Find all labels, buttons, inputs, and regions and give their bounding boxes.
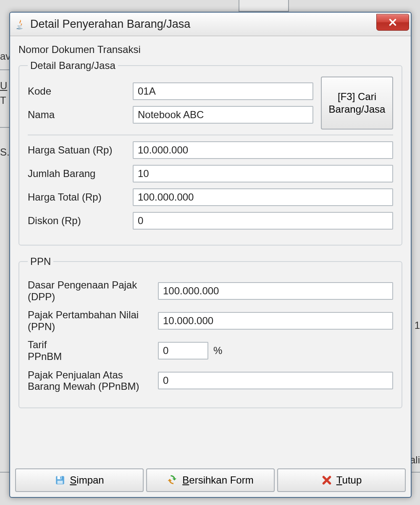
- cari-barang-button[interactable]: [F3] Cari Barang/Jasa: [321, 77, 393, 130]
- dpp-input[interactable]: [158, 282, 393, 300]
- ppn-legend: PPN: [28, 256, 53, 267]
- close-button[interactable]: [376, 14, 409, 31]
- tutup-label: Tutup: [336, 474, 362, 486]
- percent-label: %: [213, 345, 222, 357]
- harga-satuan-input[interactable]: [133, 141, 393, 159]
- bg-text: T: [0, 95, 6, 106]
- jumlah-input[interactable]: [133, 165, 393, 182]
- detail-legend: Detail Barang/Jasa: [28, 60, 118, 71]
- harga-total-label: Harga Total (Rp): [28, 191, 133, 203]
- dialog-content: Nomor Dokumen Transaksi Detail Barang/Ja…: [10, 36, 411, 465]
- kode-input[interactable]: [133, 82, 313, 100]
- nomor-dokumen-label: Nomor Dokumen Transaksi: [18, 44, 402, 56]
- nama-input[interactable]: [133, 106, 313, 124]
- simpan-label: Simpan: [70, 474, 104, 486]
- dpp-label: Dasar Pengenaan Pajak (DPP): [28, 279, 158, 302]
- ppnbm-input[interactable]: [158, 372, 393, 389]
- detail-group: Detail Barang/Jasa Kode Nama [F3] Cari B…: [18, 60, 402, 246]
- java-icon: [14, 19, 26, 30]
- close-icon: [321, 475, 332, 486]
- dialog-window: Detail Penyerahan Barang/Jasa Nomor Doku…: [9, 12, 412, 498]
- titlebar: Detail Penyerahan Barang/Jasa: [10, 13, 411, 36]
- ppn-input[interactable]: [158, 312, 393, 330]
- save-icon: [55, 475, 66, 486]
- harga-satuan-label: Harga Satuan (Rp): [28, 144, 133, 156]
- kode-label: Kode: [28, 85, 133, 97]
- diskon-label: Diskon (Rp): [28, 215, 133, 227]
- bg-text: 1: [415, 320, 420, 331]
- tutup-button[interactable]: Tutup: [277, 468, 406, 492]
- refresh-icon: [167, 475, 178, 486]
- svg-rect-3: [60, 476, 61, 479]
- diskon-input[interactable]: [133, 212, 393, 230]
- ppn-group: PPN Dasar Pengenaan Pajak (DPP) Pajak Pe…: [18, 256, 402, 408]
- nama-label: Nama: [28, 109, 133, 121]
- ppnbm-label: Pajak Penjualan Atas Barang Mewah (PPnBM…: [28, 369, 158, 392]
- bg-text: U: [0, 80, 7, 92]
- ppn-label: Pajak Pertambahan Nilai (PPN): [28, 309, 158, 332]
- bersihkan-label: Bersihkan Form: [182, 474, 253, 486]
- harga-total-input[interactable]: [133, 188, 393, 206]
- tarif-input[interactable]: [158, 342, 208, 360]
- tarif-label: Tarif PPnBM: [28, 339, 158, 362]
- simpan-button[interactable]: Simpan: [15, 468, 144, 492]
- bersihkan-button[interactable]: Bersihkan Form: [146, 468, 275, 492]
- bg-tab-hint: [239, 0, 289, 12]
- jumlah-label: Jumlah Barang: [28, 168, 133, 180]
- divider: [28, 135, 393, 135]
- button-bar: Simpan Bersihkan Form Tutup: [10, 465, 411, 497]
- window-title: Detail Penyerahan Barang/Jasa: [30, 18, 190, 31]
- svg-rect-2: [58, 481, 63, 484]
